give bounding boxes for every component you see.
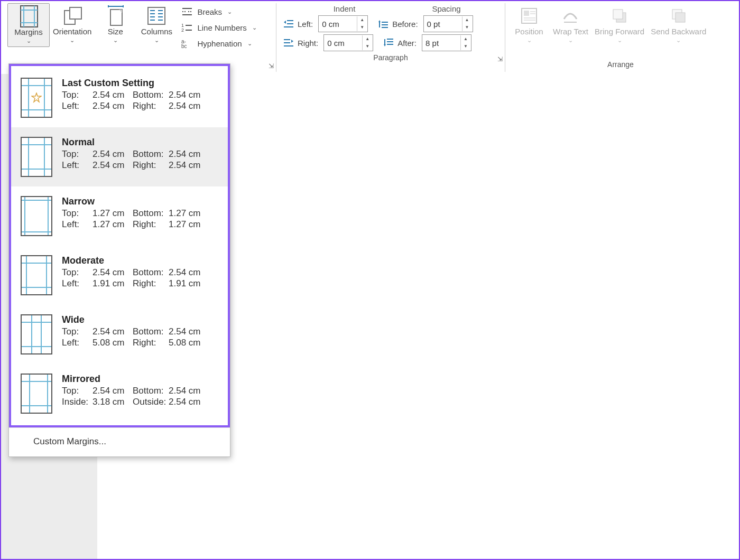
svg-rect-59 — [676, 13, 685, 22]
custom-margins-item[interactable]: Custom Margins... — [9, 427, 230, 456]
margin-preset-icon — [21, 374, 52, 414]
chevron-down-icon: ⌄ — [617, 37, 622, 44]
margin-preset-title: Last Custom Setting — [62, 78, 218, 89]
spin-down-icon[interactable]: ▼ — [461, 43, 470, 50]
indent-left-input[interactable]: ▲▼ — [318, 15, 368, 32]
group-label-paragraph: Paragraph⇲ — [280, 52, 502, 65]
chevron-down-icon: ⌄ — [70, 37, 75, 44]
svg-marker-60 — [32, 93, 41, 102]
margin-preset-item[interactable]: MirroredTop:2.54 cmBottom:2.54 cmInside:… — [11, 364, 228, 423]
hyphenation-label: Hyphenation — [197, 39, 242, 48]
margin-preset-icon — [21, 137, 52, 177]
dialog-launcher-icon[interactable]: ⇲ — [497, 55, 503, 63]
margin-preset-item[interactable]: WideTop:2.54 cmBottom:2.54 cmLeft:5.08 c… — [11, 305, 228, 364]
line-numbers-button[interactable]: 12 Line Numbers⌄ — [179, 21, 258, 34]
hyphenation-button[interactable]: a-bc Hyphenation⌄ — [179, 37, 258, 50]
position-label: Position — [515, 27, 543, 36]
chevron-down-icon: ⌄ — [568, 37, 573, 44]
spacing-heading: Spacing — [395, 4, 497, 13]
spin-up-icon[interactable]: ▲ — [461, 35, 470, 43]
svg-rect-10 — [110, 10, 122, 25]
chevron-down-icon: ⌄ — [26, 38, 31, 44]
group-page-setup: Margins ⌄ Orientation ⌄ Size ⌄ — [4, 3, 276, 72]
svg-rect-57 — [613, 10, 623, 19]
send-backward-icon — [669, 5, 689, 26]
spin-down-icon[interactable]: ▼ — [462, 24, 472, 31]
indent-right-input[interactable]: ▲▼ — [323, 34, 373, 51]
margins-label: Margins — [14, 28, 42, 37]
position-icon — [519, 5, 539, 26]
dialog-launcher-icon[interactable]: ⇲ — [269, 62, 274, 70]
margins-dropdown: Last Custom SettingTop:2.54 cmBottom:2.5… — [8, 63, 230, 457]
spacing-before-label: Before: — [392, 20, 418, 29]
spin-up-icon[interactable]: ▲ — [363, 35, 372, 43]
breaks-button[interactable]: Breaks⌄ — [179, 5, 258, 18]
line-numbers-label: Line Numbers — [197, 23, 246, 32]
spacing-after-input[interactable]: ▲▼ — [422, 34, 471, 51]
size-icon — [105, 5, 125, 26]
margin-preset-item[interactable]: ModerateTop:2.54 cmBottom:2.54 cmLeft:1.… — [11, 246, 228, 305]
spin-down-icon[interactable]: ▼ — [357, 24, 367, 31]
svg-rect-6 — [70, 7, 81, 19]
spacing-after-icon — [383, 38, 394, 48]
columns-button[interactable]: Columns ⌄ — [136, 3, 177, 46]
margin-preset-icon — [21, 255, 52, 295]
indent-right-icon — [283, 38, 294, 48]
margin-preset-item[interactable]: NarrowTop:1.27 cmBottom:1.27 cmLeft:1.27… — [11, 186, 228, 246]
spacing-after-label: After: — [397, 39, 417, 48]
svg-marker-38 — [378, 20, 381, 22]
margin-preset-title: Mirrored — [62, 374, 218, 385]
orientation-button[interactable]: Orientation ⌄ — [50, 3, 95, 46]
size-button[interactable]: Size ⌄ — [95, 3, 136, 46]
line-numbers-icon: 12 — [181, 22, 193, 33]
indent-right-label: Right: — [298, 39, 318, 48]
spin-up-icon[interactable]: ▲ — [462, 16, 472, 24]
margins-button[interactable]: Margins ⌄ — [7, 3, 50, 47]
wrap-text-icon — [560, 5, 580, 26]
columns-icon — [146, 5, 166, 26]
margin-preset-title: Normal — [62, 137, 218, 148]
chevron-down-icon: ⌄ — [676, 37, 681, 44]
bring-forward-icon — [609, 5, 630, 26]
chevron-down-icon: ⌄ — [252, 24, 257, 31]
chevron-down-icon: ⌄ — [113, 37, 118, 44]
chevron-down-icon: ⌄ — [527, 37, 532, 44]
group-label-arrange: Arrange — [508, 59, 733, 72]
indent-heading: Indent — [293, 4, 395, 13]
columns-label: Columns — [141, 27, 172, 36]
margin-preset-title: Narrow — [62, 196, 218, 207]
margin-preset-icon — [21, 196, 52, 236]
indent-left-label: Left: — [298, 20, 313, 29]
group-paragraph: Indent Spacing Left: ▲▼ Before: ▲▼ Right… — [276, 3, 505, 72]
spin-up-icon[interactable]: ▲ — [357, 16, 367, 24]
spacing-before-icon — [377, 19, 389, 29]
orientation-icon — [62, 5, 82, 26]
spacing-before-input[interactable]: ▲▼ — [423, 15, 473, 32]
margin-preset-item[interactable]: NormalTop:2.54 cmBottom:2.54 cmLeft:2.54… — [11, 127, 228, 186]
margin-preset-title: Moderate — [62, 255, 218, 266]
spin-down-icon[interactable]: ▼ — [363, 43, 372, 50]
chevron-down-icon: ⌄ — [227, 8, 232, 15]
margin-preset-item[interactable]: Last Custom SettingTop:2.54 cmBottom:2.5… — [11, 68, 228, 127]
svg-rect-0 — [21, 6, 38, 27]
send-backward-button: Send Backward ⌄ — [648, 3, 709, 46]
svg-marker-34 — [284, 21, 286, 24]
indent-left-icon — [283, 19, 294, 29]
svg-marker-48 — [384, 44, 386, 46]
margin-preset-title: Wide — [62, 314, 218, 325]
chevron-down-icon: ⌄ — [247, 40, 252, 47]
svg-rect-50 — [524, 11, 529, 16]
orientation-label: Orientation — [53, 27, 91, 36]
margin-preset-icon — [21, 78, 52, 118]
wrap-text-label: Wrap Text — [553, 27, 588, 36]
margins-icon — [18, 6, 39, 27]
bring-forward-button: Bring Forward ⌄ — [591, 3, 648, 46]
hyphenation-icon: a-bc — [181, 38, 193, 49]
chevron-down-icon: ⌄ — [154, 37, 159, 44]
breaks-icon — [181, 6, 193, 17]
position-button: Position ⌄ — [508, 3, 550, 46]
wrap-text-button: Wrap Text ⌄ — [550, 3, 591, 46]
svg-text:bc: bc — [181, 43, 187, 48]
svg-text:2: 2 — [181, 27, 184, 32]
svg-marker-43 — [291, 40, 293, 43]
